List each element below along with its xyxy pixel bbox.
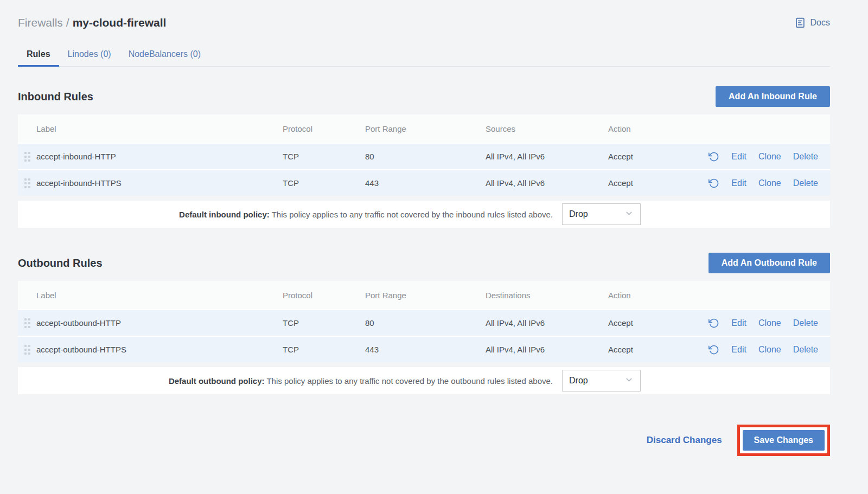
- footer-actions: Discard Changes Save Changes: [18, 425, 830, 456]
- breadcrumb: Firewalls/my-cloud-firewall: [18, 16, 166, 29]
- delete-link[interactable]: Delete: [793, 345, 818, 355]
- rule-protocol: TCP: [283, 345, 365, 354]
- breadcrumb-current-firewall: my-cloud-firewall: [73, 16, 167, 29]
- default-inbound-policy-row: Default inbound policy: This policy appl…: [18, 201, 830, 228]
- inbound-rules-section: Inbound Rules Add An Inbound Rule Label …: [18, 86, 830, 228]
- chevron-down-icon: [624, 209, 634, 220]
- docs-link-label: Docs: [810, 18, 830, 28]
- column-header-protocol: Protocol: [283, 291, 365, 300]
- drag-dots-icon[interactable]: [24, 178, 30, 188]
- outbound-rules-section: Outbound Rules Add An Outbound Rule Labe…: [18, 253, 830, 394]
- rule-port-range: 80: [365, 152, 486, 161]
- rule-addresses: All IPv4, All IPv6: [486, 178, 608, 188]
- page-header: Firewalls/my-cloud-firewall Docs: [18, 0, 830, 29]
- table-row-accept-outbound-https: accept-outbound-HTTPS TCP 443 All IPv4, …: [18, 336, 830, 362]
- rule-label: accept-inbound-HTTPS: [36, 178, 283, 188]
- clone-link[interactable]: Clone: [758, 345, 781, 355]
- rule-addresses: All IPv4, All IPv6: [486, 318, 608, 328]
- table-row-accept-inbound-http: accept-inbound-HTTP TCP 80 All IPv4, All…: [18, 143, 830, 169]
- clone-link[interactable]: Clone: [758, 178, 781, 188]
- outbound-rules-table: Label Protocol Port Range Destinations A…: [18, 281, 830, 394]
- column-header-protocol: Protocol: [283, 124, 365, 133]
- edit-link[interactable]: Edit: [731, 178, 746, 188]
- delete-link[interactable]: Delete: [793, 178, 818, 188]
- column-header-action: Action: [608, 291, 679, 300]
- annotation-highlight-box: Save Changes: [737, 425, 830, 456]
- delete-link[interactable]: Delete: [793, 152, 818, 162]
- rule-port-range: 80: [365, 318, 486, 328]
- column-header-destinations: Destinations: [486, 291, 608, 300]
- save-changes-button[interactable]: Save Changes: [743, 430, 825, 451]
- rule-action: Accept: [608, 345, 679, 354]
- table-row-accept-inbound-https: accept-inbound-HTTPS TCP 443 All IPv4, A…: [18, 169, 830, 196]
- discard-changes-link[interactable]: Discard Changes: [647, 435, 722, 446]
- default-inbound-policy-text: Default inbound policy: This policy appl…: [18, 210, 553, 219]
- table-row-accept-outbound-http: accept-outbound-HTTP TCP 80 All IPv4, Al…: [18, 309, 830, 336]
- rule-protocol: TCP: [283, 152, 365, 161]
- policy-description: This policy applies to any traffic not c…: [272, 210, 553, 219]
- drag-dots-icon[interactable]: [24, 152, 30, 162]
- inbound-policy-select[interactable]: Drop: [562, 203, 641, 225]
- rule-action: Accept: [608, 318, 679, 328]
- undo-arrow-icon[interactable]: [709, 151, 719, 162]
- edit-link[interactable]: Edit: [731, 318, 746, 328]
- inbound-rules-table: Label Protocol Port Range Sources Action…: [18, 114, 830, 228]
- undo-arrow-icon[interactable]: [709, 178, 719, 189]
- inbound-table-header: Label Protocol Port Range Sources Action: [18, 114, 830, 143]
- default-outbound-policy-row: Default outbound policy: This policy app…: [18, 367, 830, 394]
- inbound-policy-selected-value: Drop: [569, 209, 588, 219]
- add-inbound-rule-button[interactable]: Add An Inbound Rule: [716, 86, 830, 107]
- undo-arrow-icon[interactable]: [709, 344, 719, 355]
- rule-protocol: TCP: [283, 178, 365, 188]
- column-header-port-range: Port Range: [365, 291, 486, 300]
- outbound-rules-title: Outbound Rules: [18, 257, 103, 270]
- rule-port-range: 443: [365, 345, 486, 354]
- rule-label: accept-outbound-HTTPS: [36, 345, 283, 354]
- inbound-rules-title: Inbound Rules: [18, 91, 93, 103]
- clone-link[interactable]: Clone: [758, 152, 781, 162]
- column-header-label: Label: [36, 291, 283, 300]
- rule-port-range: 443: [365, 178, 486, 188]
- document-icon: [794, 17, 806, 29]
- rule-label: accept-inbound-HTTP: [36, 152, 283, 161]
- breadcrumb-firewalls-link[interactable]: Firewalls: [18, 16, 63, 29]
- rule-protocol: TCP: [283, 318, 365, 328]
- tab-rules[interactable]: Rules: [18, 41, 59, 67]
- policy-description: This policy applies to any traffic not c…: [266, 376, 553, 386]
- column-header-sources: Sources: [486, 124, 608, 133]
- clone-link[interactable]: Clone: [758, 318, 781, 328]
- default-outbound-policy-text: Default outbound policy: This policy app…: [18, 376, 553, 386]
- add-outbound-rule-button[interactable]: Add An Outbound Rule: [709, 253, 830, 273]
- undo-arrow-icon[interactable]: [709, 318, 719, 329]
- outbound-policy-selected-value: Drop: [569, 376, 588, 386]
- rule-label: accept-outbound-HTTP: [36, 318, 283, 328]
- outbound-table-header: Label Protocol Port Range Destinations A…: [18, 281, 830, 309]
- breadcrumb-separator: /: [66, 16, 69, 29]
- edit-link[interactable]: Edit: [731, 152, 746, 162]
- rule-addresses: All IPv4, All IPv6: [486, 345, 608, 354]
- tab-bar: Rules Linodes (0) NodeBalancers (0): [18, 41, 830, 67]
- policy-label: Default inbound policy:: [179, 210, 270, 219]
- column-header-action: Action: [608, 124, 679, 133]
- rule-addresses: All IPv4, All IPv6: [486, 152, 608, 161]
- edit-link[interactable]: Edit: [731, 345, 746, 355]
- tab-nodebalancers[interactable]: NodeBalancers (0): [120, 41, 209, 67]
- chevron-down-icon: [624, 375, 634, 387]
- policy-label: Default outbound policy:: [169, 376, 265, 386]
- column-header-label: Label: [36, 124, 283, 133]
- tab-linodes[interactable]: Linodes (0): [59, 41, 120, 67]
- outbound-policy-select[interactable]: Drop: [562, 370, 641, 392]
- rule-action: Accept: [608, 152, 679, 161]
- column-header-port-range: Port Range: [365, 124, 486, 133]
- drag-dots-icon[interactable]: [24, 318, 30, 328]
- rule-action: Accept: [608, 178, 679, 188]
- docs-link[interactable]: Docs: [794, 17, 830, 29]
- delete-link[interactable]: Delete: [793, 318, 818, 328]
- drag-dots-icon[interactable]: [24, 345, 30, 355]
